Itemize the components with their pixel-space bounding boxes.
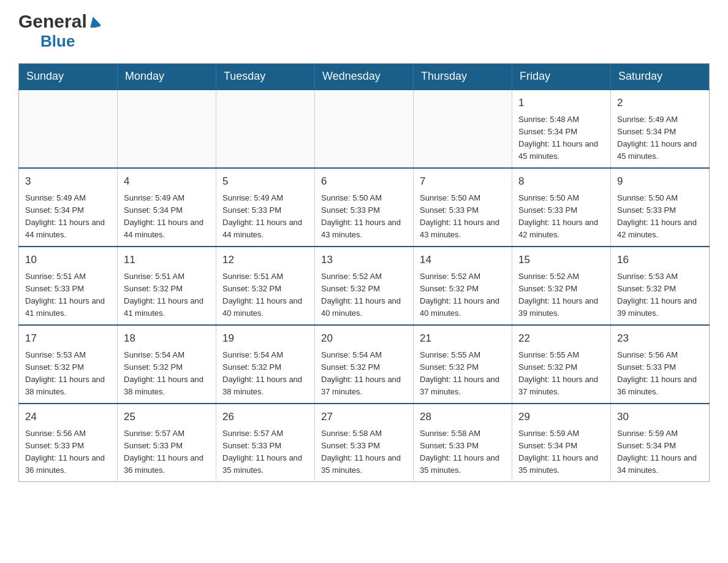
day-number: 19 <box>222 331 308 347</box>
day-number: 11 <box>124 252 210 268</box>
day-info: Sunrise: 5:49 AMSunset: 5:34 PMDaylight:… <box>617 113 703 163</box>
day-info: Sunrise: 5:55 AMSunset: 5:32 PMDaylight:… <box>518 349 604 399</box>
calendar-cell: 26Sunrise: 5:57 AMSunset: 5:33 PMDayligh… <box>216 404 315 482</box>
calendar-week-2: 3Sunrise: 5:49 AMSunset: 5:34 PMDaylight… <box>19 168 710 247</box>
calendar-cell: 6Sunrise: 5:50 AMSunset: 5:33 PMDaylight… <box>315 168 414 247</box>
day-number: 1 <box>518 95 604 111</box>
day-info: Sunrise: 5:56 AMSunset: 5:33 PMDaylight:… <box>617 349 703 399</box>
logo-text-general: General <box>18 12 87 31</box>
logo-triangle-icon <box>88 17 100 29</box>
svg-marker-0 <box>88 17 100 28</box>
calendar-cell: 21Sunrise: 5:55 AMSunset: 5:32 PMDayligh… <box>414 325 512 404</box>
calendar-cell: 11Sunrise: 5:51 AMSunset: 5:32 PMDayligh… <box>118 247 216 325</box>
calendar-cell: 22Sunrise: 5:55 AMSunset: 5:32 PMDayligh… <box>512 325 611 404</box>
day-info: Sunrise: 5:54 AMSunset: 5:32 PMDaylight:… <box>321 349 407 399</box>
calendar-cell: 3Sunrise: 5:49 AMSunset: 5:34 PMDaylight… <box>19 168 118 247</box>
day-info: Sunrise: 5:52 AMSunset: 5:32 PMDaylight:… <box>321 270 407 320</box>
calendar-week-4: 17Sunrise: 5:53 AMSunset: 5:32 PMDayligh… <box>19 325 710 404</box>
calendar-cell: 15Sunrise: 5:52 AMSunset: 5:32 PMDayligh… <box>512 247 611 325</box>
calendar-header: SundayMondayTuesdayWednesdayThursdayFrid… <box>19 64 710 90</box>
logo-text-blue: Blue <box>40 32 75 50</box>
calendar-cell: 12Sunrise: 5:51 AMSunset: 5:32 PMDayligh… <box>216 247 315 325</box>
calendar-cell: 13Sunrise: 5:52 AMSunset: 5:32 PMDayligh… <box>315 247 414 325</box>
day-info: Sunrise: 5:48 AMSunset: 5:34 PMDaylight:… <box>518 113 604 163</box>
day-number: 28 <box>420 409 506 425</box>
day-number: 10 <box>25 252 111 268</box>
day-number: 20 <box>321 331 407 347</box>
day-number: 23 <box>617 331 703 347</box>
calendar-cell: 19Sunrise: 5:54 AMSunset: 5:32 PMDayligh… <box>216 325 315 404</box>
day-info: Sunrise: 5:54 AMSunset: 5:32 PMDaylight:… <box>124 349 210 399</box>
calendar-cell: 24Sunrise: 5:56 AMSunset: 5:33 PMDayligh… <box>19 404 118 482</box>
day-number: 26 <box>222 409 308 425</box>
day-of-week-wednesday: Wednesday <box>315 64 414 90</box>
day-number: 12 <box>222 252 308 268</box>
day-of-week-sunday: Sunday <box>19 64 118 90</box>
day-number: 24 <box>25 409 111 425</box>
day-number: 18 <box>124 331 210 347</box>
calendar-week-3: 10Sunrise: 5:51 AMSunset: 5:33 PMDayligh… <box>19 247 710 325</box>
day-number: 7 <box>420 174 506 190</box>
day-of-week-monday: Monday <box>118 64 216 90</box>
day-number: 30 <box>617 409 703 425</box>
calendar-body: 1Sunrise: 5:48 AMSunset: 5:34 PMDaylight… <box>19 90 710 482</box>
calendar-cell <box>118 90 216 168</box>
day-number: 6 <box>321 174 407 190</box>
day-of-week-tuesday: Tuesday <box>216 64 315 90</box>
calendar-cell: 10Sunrise: 5:51 AMSunset: 5:33 PMDayligh… <box>19 247 118 325</box>
logo: General Blue <box>18 12 100 51</box>
calendar-cell: 17Sunrise: 5:53 AMSunset: 5:32 PMDayligh… <box>19 325 118 404</box>
calendar-cell: 23Sunrise: 5:56 AMSunset: 5:33 PMDayligh… <box>611 325 710 404</box>
calendar-cell <box>315 90 414 168</box>
day-info: Sunrise: 5:49 AMSunset: 5:33 PMDaylight:… <box>222 192 308 242</box>
day-of-week-saturday: Saturday <box>611 64 710 90</box>
calendar-cell: 1Sunrise: 5:48 AMSunset: 5:34 PMDaylight… <box>512 90 611 168</box>
day-number: 15 <box>518 252 604 268</box>
calendar-week-1: 1Sunrise: 5:48 AMSunset: 5:34 PMDaylight… <box>19 90 710 168</box>
day-of-week-friday: Friday <box>512 64 611 90</box>
calendar-cell: 9Sunrise: 5:50 AMSunset: 5:33 PMDaylight… <box>611 168 710 247</box>
day-info: Sunrise: 5:57 AMSunset: 5:33 PMDaylight:… <box>222 427 308 477</box>
calendar-cell: 30Sunrise: 5:59 AMSunset: 5:34 PMDayligh… <box>611 404 710 482</box>
page: General Blue SundayMondayTuesdayWednesda… <box>0 0 728 494</box>
calendar-cell <box>19 90 118 168</box>
day-info: Sunrise: 5:50 AMSunset: 5:33 PMDaylight:… <box>420 192 506 242</box>
day-info: Sunrise: 5:49 AMSunset: 5:34 PMDaylight:… <box>124 192 210 242</box>
day-info: Sunrise: 5:52 AMSunset: 5:32 PMDaylight:… <box>518 270 604 320</box>
calendar-cell: 29Sunrise: 5:59 AMSunset: 5:34 PMDayligh… <box>512 404 611 482</box>
day-info: Sunrise: 5:49 AMSunset: 5:34 PMDaylight:… <box>25 192 111 242</box>
day-info: Sunrise: 5:56 AMSunset: 5:33 PMDaylight:… <box>25 427 111 477</box>
day-number: 8 <box>518 174 604 190</box>
calendar-cell: 16Sunrise: 5:53 AMSunset: 5:32 PMDayligh… <box>611 247 710 325</box>
day-info: Sunrise: 5:51 AMSunset: 5:33 PMDaylight:… <box>25 270 111 320</box>
day-of-week-thursday: Thursday <box>414 64 512 90</box>
day-number: 2 <box>617 95 703 111</box>
calendar-cell: 28Sunrise: 5:58 AMSunset: 5:33 PMDayligh… <box>414 404 512 482</box>
calendar-cell: 4Sunrise: 5:49 AMSunset: 5:34 PMDaylight… <box>118 168 216 247</box>
day-info: Sunrise: 5:59 AMSunset: 5:34 PMDaylight:… <box>617 427 703 477</box>
calendar-week-5: 24Sunrise: 5:56 AMSunset: 5:33 PMDayligh… <box>19 404 710 482</box>
calendar-cell: 2Sunrise: 5:49 AMSunset: 5:34 PMDaylight… <box>611 90 710 168</box>
day-info: Sunrise: 5:58 AMSunset: 5:33 PMDaylight:… <box>420 427 506 477</box>
day-info: Sunrise: 5:55 AMSunset: 5:32 PMDaylight:… <box>420 349 506 399</box>
day-number: 3 <box>25 174 111 190</box>
day-info: Sunrise: 5:59 AMSunset: 5:34 PMDaylight:… <box>518 427 604 477</box>
calendar-cell: 25Sunrise: 5:57 AMSunset: 5:33 PMDayligh… <box>118 404 216 482</box>
calendar-cell: 27Sunrise: 5:58 AMSunset: 5:33 PMDayligh… <box>315 404 414 482</box>
calendar-table: SundayMondayTuesdayWednesdayThursdayFrid… <box>18 63 710 482</box>
day-info: Sunrise: 5:58 AMSunset: 5:33 PMDaylight:… <box>321 427 407 477</box>
calendar-cell: 14Sunrise: 5:52 AMSunset: 5:32 PMDayligh… <box>414 247 512 325</box>
day-number: 27 <box>321 409 407 425</box>
calendar-cell: 20Sunrise: 5:54 AMSunset: 5:32 PMDayligh… <box>315 325 414 404</box>
day-info: Sunrise: 5:50 AMSunset: 5:33 PMDaylight:… <box>518 192 604 242</box>
day-number: 21 <box>420 331 506 347</box>
header: General Blue <box>18 12 710 51</box>
day-info: Sunrise: 5:57 AMSunset: 5:33 PMDaylight:… <box>124 427 210 477</box>
calendar-cell: 8Sunrise: 5:50 AMSunset: 5:33 PMDaylight… <box>512 168 611 247</box>
calendar-cell <box>216 90 315 168</box>
day-number: 4 <box>124 174 210 190</box>
day-number: 29 <box>518 409 604 425</box>
day-number: 5 <box>222 174 308 190</box>
day-info: Sunrise: 5:54 AMSunset: 5:32 PMDaylight:… <box>222 349 308 399</box>
day-number: 13 <box>321 252 407 268</box>
